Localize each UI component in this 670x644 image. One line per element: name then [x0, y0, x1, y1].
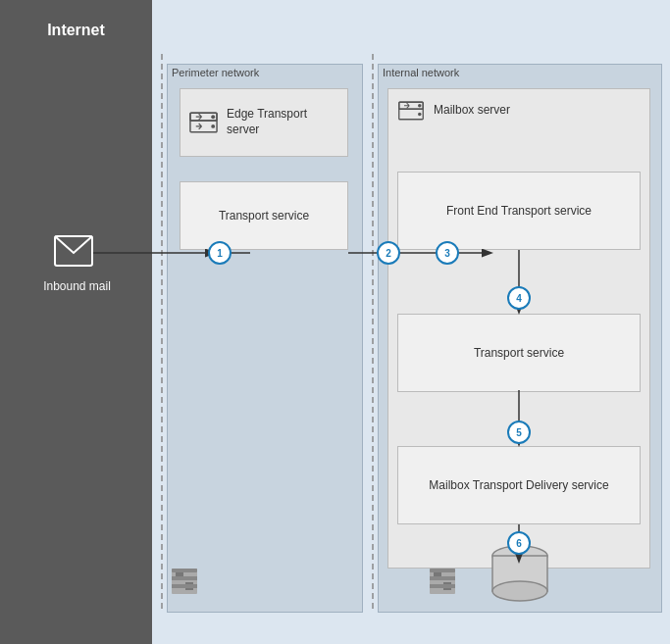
- edge-transport-server-box: Edge Transport server: [180, 88, 348, 157]
- frontend-transport-box: Front End Transport service: [397, 172, 641, 250]
- svg-point-8: [418, 104, 422, 108]
- perimeter-label: Perimeter network: [172, 67, 259, 78]
- diagram-wrapper: Internet On-premises Exchange 2016 envir…: [0, 0, 670, 644]
- frontend-transport-label: Front End Transport service: [446, 204, 592, 218]
- server-icon: [188, 107, 219, 138]
- mailbox-server-icon: [396, 97, 426, 124]
- mailbox-delivery-box: Mailbox Transport Delivery service: [397, 446, 641, 524]
- internal-transport-box: Transport service: [397, 314, 641, 392]
- edge-server-label: Edge Transport server: [227, 107, 339, 137]
- perimeter-transport-label: Transport service: [219, 209, 309, 223]
- perimeter-transport-service-box: Transport service: [180, 181, 348, 250]
- svg-point-4: [211, 124, 215, 128]
- svg-point-3: [211, 115, 215, 119]
- internal-label: Internal network: [383, 67, 459, 78]
- mail-svg: [54, 235, 93, 267]
- inbound-mail-icon: [54, 235, 93, 271]
- internet-label: Internet: [0, 22, 152, 39]
- mailbox-server-label: Mailbox server: [434, 103, 510, 119]
- database-svg: [486, 544, 554, 603]
- svg-point-9: [418, 113, 422, 117]
- mailbox-delivery-label: Mailbox Transport Delivery service: [429, 478, 608, 492]
- mailbox-server-header: Mailbox server: [396, 97, 642, 124]
- internal-transport-label: Transport service: [474, 346, 564, 360]
- internet-panel: [0, 0, 152, 644]
- database-icon: [486, 544, 554, 603]
- svg-point-12: [492, 581, 547, 601]
- inbound-mail-label: Inbound mail: [35, 279, 119, 293]
